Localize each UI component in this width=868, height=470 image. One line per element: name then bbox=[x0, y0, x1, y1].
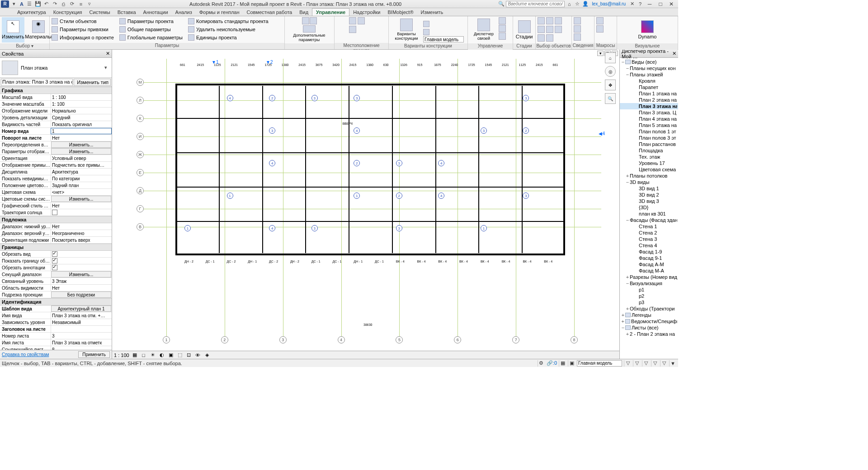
type-dropdown-icon[interactable]: ▾ bbox=[104, 65, 110, 70]
prop-value[interactable] bbox=[51, 258, 112, 264]
room-tag[interactable]: 4 bbox=[227, 95, 233, 101]
search-input[interactable] bbox=[506, 1, 565, 7]
door-tag[interactable]: ДС - 2 bbox=[269, 260, 278, 263]
door-tag[interactable]: ДН - 2 bbox=[184, 260, 193, 263]
tree-item[interactable]: Парапет bbox=[620, 84, 678, 90]
qat-measure-icon[interactable]: ≡ bbox=[77, 0, 85, 8]
dimension-text[interactable]: 1326 bbox=[400, 63, 407, 66]
grid-bubble[interactable]: Е bbox=[137, 169, 144, 176]
prop-value[interactable]: 3 bbox=[51, 333, 112, 339]
door-tag[interactable]: ДН - 1 bbox=[248, 260, 257, 263]
door-tag[interactable]: ВК - 4 bbox=[396, 260, 405, 263]
dimension-text[interactable]: 3420 bbox=[332, 63, 340, 66]
tree-item[interactable]: План расстанов bbox=[620, 141, 678, 147]
tab-вставка[interactable]: Вставка bbox=[114, 9, 140, 16]
ribbon-cmd[interactable]: Копировать стандарты проекта bbox=[188, 17, 269, 25]
prop-value[interactable]: 3 Этаж bbox=[51, 278, 112, 284]
tree-item[interactable]: Стена 1 bbox=[620, 223, 678, 230]
tree-item[interactable]: План 1 этажа на bbox=[620, 90, 678, 97]
tree-item[interactable]: −Визуализация bbox=[620, 280, 678, 287]
materials-button[interactable]: ◉ Материалы bbox=[25, 17, 52, 42]
grid-bubble[interactable]: 7 bbox=[512, 336, 519, 343]
sb-select-filter[interactable]: ▼ bbox=[669, 360, 676, 367]
nav-home-icon[interactable]: ⌂ bbox=[605, 52, 616, 63]
crop-show-icon[interactable]: ⊡ bbox=[185, 352, 193, 358]
macro-2[interactable] bbox=[596, 25, 604, 33]
properties-close-icon[interactable]: ✕ bbox=[106, 51, 110, 56]
room-tag[interactable]: 3 bbox=[269, 127, 275, 134]
sel-3[interactable] bbox=[555, 17, 562, 24]
sb-filter-1[interactable]: ▽ bbox=[624, 360, 631, 367]
door-tag[interactable]: ВК - 4 bbox=[523, 260, 531, 263]
drawing-area[interactable]: ▾ □ ✕ ⌂ ◎ ✥ 🔍 МЛКИЖЕДГВ12345678423333432… bbox=[112, 50, 619, 359]
ribbon-cmd[interactable]: Единицы проекта bbox=[188, 33, 269, 42]
tree-item[interactable]: 3D вид 1 bbox=[620, 185, 678, 192]
prop-value[interactable]: Неограниченно bbox=[51, 230, 112, 236]
tree-toggle[interactable]: − bbox=[621, 325, 625, 330]
tree-item[interactable]: −3D виды bbox=[620, 179, 678, 185]
tree-item[interactable]: План 3 этажа на bbox=[620, 103, 678, 109]
prop-value[interactable]: Изменить... bbox=[51, 271, 111, 277]
tree-item[interactable]: +Разрезы (Номер вид bbox=[620, 274, 678, 280]
grid-bubble[interactable]: Г bbox=[137, 205, 144, 212]
maximize-button[interactable]: □ bbox=[656, 0, 665, 8]
tree-item[interactable]: +Легенды bbox=[620, 312, 678, 318]
dimension-text[interactable]: 1545 bbox=[248, 63, 255, 66]
door-tag[interactable]: ДС - 1 bbox=[206, 260, 215, 263]
settings-small-1[interactable] bbox=[302, 17, 309, 24]
tree-item[interactable]: р2 bbox=[620, 293, 678, 299]
qat-print-icon[interactable]: ⎙ bbox=[60, 0, 67, 8]
do-small-1[interactable] bbox=[423, 21, 429, 27]
panel-title-select[interactable]: Выбор ▾ bbox=[0, 43, 49, 49]
tree-item[interactable]: +Планы потолков bbox=[620, 173, 678, 179]
grid-bubble[interactable]: 8 bbox=[571, 336, 578, 343]
prop-value[interactable]: 1 : 100 bbox=[51, 94, 112, 100]
grid-bubble[interactable]: 5 bbox=[396, 336, 403, 343]
tree-item[interactable]: План полов 3 эт bbox=[620, 135, 678, 141]
prop-value[interactable]: Независимый bbox=[51, 319, 112, 325]
apply-button[interactable]: Применить bbox=[78, 351, 110, 358]
door-tag[interactable]: ДН - 2 bbox=[290, 260, 299, 263]
room-tag[interactable]: 1 bbox=[184, 225, 191, 231]
prop-value[interactable]: Нет bbox=[51, 223, 112, 230]
prop-value[interactable]: 8 bbox=[51, 346, 112, 350]
ribbon-cmd[interactable]: Информация о проекте bbox=[52, 33, 114, 42]
design-options-button[interactable]: Варианты конструкции bbox=[391, 17, 422, 42]
qat-more-icon[interactable]: ▿ bbox=[86, 0, 93, 8]
tab-архитектура[interactable]: Архитектура bbox=[14, 9, 50, 16]
room-tag[interactable]: 3 bbox=[311, 225, 318, 231]
tree-item[interactable]: −Планы этажей bbox=[620, 71, 678, 78]
prop-value[interactable]: Архитектура bbox=[51, 169, 112, 175]
grid-bubble[interactable]: М bbox=[137, 79, 144, 86]
section-mark[interactable]: ▼1 bbox=[212, 60, 218, 65]
prop-value[interactable]: План 3 этажа на отм. +… bbox=[51, 312, 112, 319]
room-tag[interactable]: 1 bbox=[227, 193, 233, 199]
tree-toggle[interactable]: − bbox=[625, 72, 630, 77]
prop-value[interactable]: <нет> bbox=[51, 189, 112, 195]
dimension-text[interactable]: 630 bbox=[383, 63, 389, 66]
door-tag[interactable]: ВК - 4 bbox=[438, 260, 447, 263]
tree-item[interactable]: Фасад М-А bbox=[620, 268, 678, 274]
close-button[interactable]: ✕ bbox=[666, 0, 676, 8]
qat-open-icon[interactable]: ☰ bbox=[26, 0, 33, 8]
tab-управление[interactable]: Управление bbox=[312, 8, 349, 16]
tree-item[interactable]: 3D вид 2 bbox=[620, 192, 678, 198]
qat-redo-icon[interactable]: ↷ bbox=[52, 0, 59, 8]
sb-editable-icon[interactable]: ▦ bbox=[559, 360, 566, 367]
room-tag[interactable]: 2 bbox=[269, 95, 275, 101]
tree-toggle[interactable]: + bbox=[625, 331, 630, 337]
grid-bubble[interactable]: Д bbox=[137, 187, 144, 194]
phases-button[interactable]: Стадии bbox=[515, 17, 533, 42]
room-tag[interactable]: 2 bbox=[396, 193, 402, 199]
floor-plan-view[interactable]: МЛКИЖЕДГВ1234567842333343242341124314331… bbox=[139, 59, 601, 337]
prop-value[interactable]: 1 bbox=[51, 128, 112, 134]
dimension-text[interactable]: 2415 bbox=[197, 63, 204, 66]
reveal-icon[interactable]: ◈ bbox=[203, 352, 211, 358]
prop-value[interactable]: Изменить... bbox=[51, 141, 111, 148]
grid-bubble[interactable]: 3 bbox=[279, 336, 287, 343]
nav-wheel-icon[interactable]: ◎ bbox=[605, 66, 616, 77]
mp-small-1[interactable] bbox=[499, 17, 506, 24]
tree-item[interactable]: План 5 этажа на bbox=[620, 122, 678, 128]
tree-item[interactable]: План 4 этажа на bbox=[620, 116, 678, 122]
tab-надстройки[interactable]: Надстройки bbox=[349, 9, 384, 16]
